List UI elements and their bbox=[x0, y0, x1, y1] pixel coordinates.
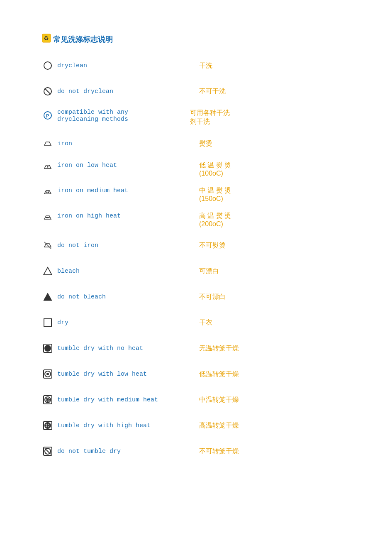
list-item: do not dryclean 不可干洗 bbox=[41, 83, 351, 100]
svg-point-21 bbox=[47, 373, 49, 375]
iron-high-translation: 高 温 熨 烫 (200oC) bbox=[199, 212, 231, 228]
tumble-medium-translation: 中温转笼干燥 bbox=[199, 396, 239, 404]
item-left: do not tumble dry bbox=[41, 446, 199, 456]
list-item: do not iron 不可熨烫 bbox=[41, 237, 351, 254]
svg-point-12 bbox=[49, 217, 49, 218]
svg-point-7 bbox=[47, 166, 48, 167]
bleach-label: bleach bbox=[57, 268, 80, 275]
no-dryclean-label: do not dryclean bbox=[57, 88, 113, 95]
list-item: P compatible with any drycleaning method… bbox=[41, 109, 351, 126]
no-tumble-label: do not tumble dry bbox=[57, 448, 121, 455]
svg-point-8 bbox=[46, 192, 47, 193]
tumble-no-heat-translation: 无温转笼干燥 bbox=[199, 344, 239, 353]
iron-label: iron bbox=[57, 140, 72, 147]
svg-point-18 bbox=[45, 345, 51, 351]
list-item: dryclean 干洗 bbox=[41, 57, 351, 74]
iron-icon bbox=[41, 139, 54, 149]
svg-marker-15 bbox=[44, 293, 52, 301]
list-item: bleach 可漂白 bbox=[41, 263, 351, 279]
list-item: tumble dry with medium heat 中温转笼干燥 bbox=[41, 391, 351, 408]
svg-point-29 bbox=[47, 425, 49, 426]
list-item: dry 干衣 bbox=[41, 314, 351, 331]
dry-icon bbox=[41, 318, 54, 328]
item-left: do not dryclean bbox=[41, 86, 199, 96]
item-left: iron on low heat bbox=[41, 161, 199, 172]
item-left: iron on medium heat bbox=[41, 186, 199, 197]
svg-point-25 bbox=[47, 399, 49, 401]
item-left: dryclean bbox=[41, 61, 199, 71]
list-item: iron on medium heat 中 温 熨 烫 (150oC) bbox=[41, 186, 351, 203]
item-left: do not iron bbox=[41, 240, 199, 250]
iron-high-icon bbox=[41, 213, 54, 222]
iron-low-label: iron on low heat bbox=[57, 162, 117, 169]
compatible-label-line1: compatible with any bbox=[57, 109, 190, 116]
tumble-no-heat-icon bbox=[41, 343, 54, 353]
no-dryclean-translation: 不可干洗 bbox=[199, 87, 226, 96]
iron-translation: 熨烫 bbox=[199, 139, 212, 148]
iron-medium-icon bbox=[41, 187, 54, 197]
list-item: tumble dry with no heat 无温转笼干燥 bbox=[41, 340, 351, 357]
compatible-dryclean-icon: P bbox=[41, 110, 54, 120]
no-tumble-translation: 不可转笼干燥 bbox=[199, 447, 239, 456]
dryclean-translation: 干洗 bbox=[199, 61, 212, 70]
no-bleach-icon bbox=[41, 292, 54, 302]
title-icon: ♻ bbox=[41, 33, 51, 46]
compatible-label-line2: drycleaning methods bbox=[57, 116, 190, 123]
iron-medium-translation: 中 温 熨 烫 (150oC) bbox=[199, 186, 231, 203]
svg-text:♻: ♻ bbox=[44, 35, 49, 42]
iron-medium-label: iron on medium heat bbox=[57, 187, 128, 194]
item-left: tumble dry with no heat bbox=[41, 343, 199, 353]
iron-high-label: iron on high heat bbox=[57, 213, 121, 220]
tumble-low-label: tumble dry with low heat bbox=[57, 371, 147, 378]
list-item: do not tumble dry 不可转笼干燥 bbox=[41, 443, 351, 460]
tumble-high-label: tumble dry with high heat bbox=[57, 422, 151, 429]
item-left: iron bbox=[41, 139, 199, 149]
no-dryclean-icon bbox=[41, 86, 54, 96]
no-tumble-icon bbox=[41, 446, 54, 456]
svg-point-10 bbox=[46, 217, 47, 218]
dryclean-icon bbox=[41, 61, 54, 71]
tumble-medium-label: tumble dry with medium heat bbox=[57, 396, 158, 403]
no-iron-icon bbox=[41, 240, 54, 250]
item-left: iron on high heat bbox=[41, 212, 199, 222]
no-iron-translation: 不可熨烫 bbox=[199, 241, 226, 250]
tumble-medium-icon bbox=[41, 395, 54, 405]
item-left: do not bleach bbox=[41, 292, 199, 302]
iron-low-translation: 低 温 熨 烫 (100oC) bbox=[199, 161, 231, 177]
svg-line-4 bbox=[45, 88, 51, 94]
svg-point-11 bbox=[47, 217, 48, 218]
svg-point-9 bbox=[48, 192, 49, 193]
no-bleach-label: do not bleach bbox=[57, 293, 106, 301]
dry-translation: 干衣 bbox=[199, 318, 212, 327]
svg-text:P: P bbox=[46, 113, 49, 118]
bleach-translation: 可漂白 bbox=[199, 267, 219, 276]
item-left: dry bbox=[41, 318, 199, 328]
compatible-text-col: compatible with any drycleaning methods bbox=[57, 109, 190, 123]
page-title: 常见洗涤标志说明 bbox=[53, 34, 113, 44]
bleach-icon bbox=[41, 266, 54, 276]
svg-point-2 bbox=[44, 62, 51, 69]
item-left: tumble dry with high heat bbox=[41, 421, 199, 430]
no-bleach-translation: 不可漂白 bbox=[199, 293, 226, 301]
item-left: bleach bbox=[41, 266, 199, 276]
item-left: tumble dry with medium heat bbox=[41, 395, 199, 405]
compatible-translation: 可用各种干洗 剂干洗 bbox=[190, 109, 230, 126]
tumble-high-icon bbox=[41, 421, 54, 430]
tumble-low-icon bbox=[41, 369, 54, 379]
compatible-icon-col: P bbox=[41, 109, 54, 120]
list-item: iron on high heat 高 温 熨 烫 (200oC) bbox=[41, 212, 351, 228]
list-item: iron 熨烫 bbox=[41, 135, 351, 152]
svg-marker-14 bbox=[44, 267, 52, 275]
dryclean-label: dryclean bbox=[57, 62, 87, 69]
list-item: tumble dry with high heat 高温转笼干燥 bbox=[41, 417, 351, 434]
item-left: tumble dry with low heat bbox=[41, 369, 199, 379]
tumble-low-translation: 低温转笼干燥 bbox=[199, 370, 239, 379]
tumble-no-heat-label: tumble dry with no heat bbox=[57, 345, 143, 352]
list-item: iron on low heat 低 温 熨 烫 (100oC) bbox=[41, 161, 351, 177]
svg-rect-16 bbox=[44, 319, 51, 326]
list-item: tumble dry with low heat 低温转笼干燥 bbox=[41, 366, 351, 382]
iron-low-icon bbox=[41, 162, 54, 172]
list-item: do not bleach 不可漂白 bbox=[41, 289, 351, 305]
no-iron-label: do not iron bbox=[57, 242, 98, 249]
tumble-high-translation: 高温转笼干燥 bbox=[199, 421, 239, 430]
